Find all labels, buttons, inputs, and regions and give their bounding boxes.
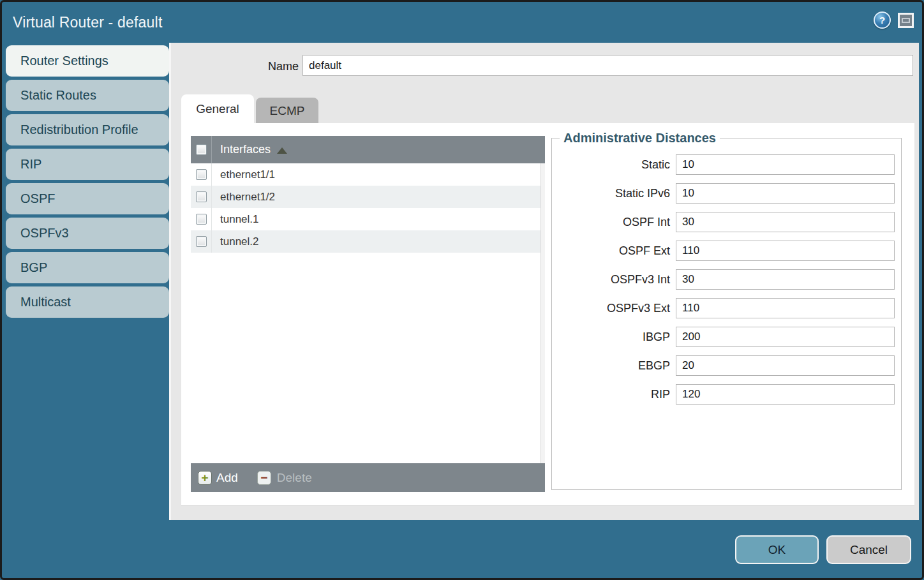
plus-icon: +	[198, 471, 212, 485]
rip-label: RIP	[558, 388, 670, 401]
ad-row: OSPF Ext	[558, 241, 895, 261]
ospf-int-label: OSPF Int	[558, 216, 670, 229]
table-row[interactable]: ethernet1/1	[191, 163, 545, 186]
name-label: Name	[248, 60, 299, 73]
tab-bar: General ECMP	[181, 94, 318, 124]
interface-name: tunnel.2	[220, 235, 259, 248]
sidebar-item-redistribution-profile[interactable]: Redistribution Profile	[6, 114, 169, 145]
sidebar-item-ospf[interactable]: OSPF	[6, 183, 169, 214]
ad-row: IBGP	[558, 327, 895, 347]
cancel-button[interactable]: Cancel	[826, 535, 911, 564]
table-row[interactable]: tunnel.2	[191, 230, 545, 253]
ospf-ext-input[interactable]	[676, 241, 895, 261]
static-ipv6-input[interactable]	[676, 183, 895, 204]
row-checkbox-cell	[191, 163, 212, 186]
row-checkbox[interactable]	[196, 214, 207, 225]
sidebar-item-ospfv3[interactable]: OSPFv3	[6, 218, 169, 249]
row-checkbox[interactable]	[196, 191, 207, 202]
ospf-int-input[interactable]	[676, 212, 895, 232]
table-row[interactable]: ethernet1/2	[191, 186, 545, 208]
sidebar-nav: Router Settings Static Routes Redistribu…	[6, 45, 169, 318]
administrative-distances-group: Administrative Distances Static Static I…	[551, 131, 902, 490]
rip-input[interactable]	[676, 384, 895, 405]
row-checkbox-cell	[191, 208, 212, 230]
static-ipv6-label: Static IPv6	[558, 187, 670, 200]
titlebar-icons: ?	[874, 11, 914, 29]
table-scrollbar[interactable]	[540, 163, 545, 463]
ibgp-label: IBGP	[558, 331, 670, 344]
dialog-title: Virtual Router - default	[13, 14, 163, 31]
delete-button[interactable]: − Delete	[257, 471, 312, 485]
interface-name: tunnel.1	[220, 213, 259, 226]
window-icon[interactable]	[898, 13, 914, 28]
select-all-checkbox[interactable]	[196, 144, 207, 155]
delete-button-label: Delete	[277, 471, 312, 485]
ad-row: OSPFv3 Int	[558, 269, 895, 290]
row-checkbox-cell	[191, 186, 212, 208]
general-tab-panel: Interfaces ethernet1/1 ethernet1/2	[181, 123, 914, 506]
sidebar-item-rip[interactable]: RIP	[6, 149, 169, 180]
tab-ecmp[interactable]: ECMP	[256, 98, 318, 124]
virtual-router-dialog: { "window": { "title": "Virtual Router -…	[0, 0, 924, 580]
table-row[interactable]: tunnel.1	[191, 208, 545, 230]
interfaces-table-footer: + Add − Delete	[191, 463, 545, 492]
tab-general[interactable]: General	[181, 94, 254, 124]
ospfv3-int-label: OSPFv3 Int	[558, 273, 670, 286]
add-button-label: Add	[216, 471, 238, 485]
ebgp-input[interactable]	[676, 355, 895, 376]
row-checkbox-cell	[191, 230, 212, 253]
ad-row: EBGP	[558, 355, 895, 376]
interfaces-table: Interfaces ethernet1/1 ethernet1/2	[191, 136, 545, 492]
help-icon[interactable]: ?	[874, 11, 891, 29]
interfaces-table-header: Interfaces	[191, 136, 545, 163]
interface-name: ethernet1/1	[220, 168, 275, 181]
interfaces-column-header[interactable]: Interfaces	[220, 143, 271, 156]
sidebar-item-bgp[interactable]: BGP	[6, 252, 169, 283]
minus-icon: −	[257, 471, 271, 485]
administrative-distances-title: Administrative Distances	[560, 131, 720, 145]
ad-row: Static	[558, 154, 895, 175]
static-input[interactable]	[676, 154, 895, 175]
ospfv3-ext-input[interactable]	[676, 298, 895, 318]
router-settings-panel: Name General ECMP Interfaces ethernet1/1	[169, 43, 919, 520]
static-label: Static	[558, 158, 670, 172]
sort-ascending-icon[interactable]	[277, 147, 287, 154]
sidebar-item-static-routes[interactable]: Static Routes	[6, 80, 169, 111]
add-button[interactable]: + Add	[198, 471, 238, 485]
row-checkbox[interactable]	[196, 236, 207, 247]
ad-row: OSPFv3 Ext	[558, 298, 895, 318]
sidebar-item-router-settings[interactable]: Router Settings	[6, 45, 169, 77]
ad-row: OSPF Int	[558, 212, 895, 232]
ibgp-input[interactable]	[676, 327, 895, 347]
ospfv3-int-input[interactable]	[676, 269, 895, 290]
header-checkbox-cell	[191, 136, 212, 163]
title-bar: Virtual Router - default ?	[2, 2, 922, 43]
ok-button[interactable]: OK	[735, 535, 819, 564]
ebgp-label: EBGP	[558, 359, 670, 373]
name-input[interactable]	[302, 55, 913, 76]
interfaces-table-body: ethernet1/1 ethernet1/2 tunnel.1	[191, 163, 545, 463]
sidebar-item-multicast[interactable]: Multicast	[6, 286, 169, 318]
ad-row: RIP	[558, 384, 895, 405]
row-checkbox[interactable]	[196, 169, 207, 180]
ospfv3-ext-label: OSPFv3 Ext	[558, 302, 670, 315]
interface-name: ethernet1/2	[220, 191, 275, 204]
ospf-ext-label: OSPF Ext	[558, 244, 670, 258]
window-icon-inner	[902, 18, 910, 23]
ad-row: Static IPv6	[558, 183, 895, 204]
